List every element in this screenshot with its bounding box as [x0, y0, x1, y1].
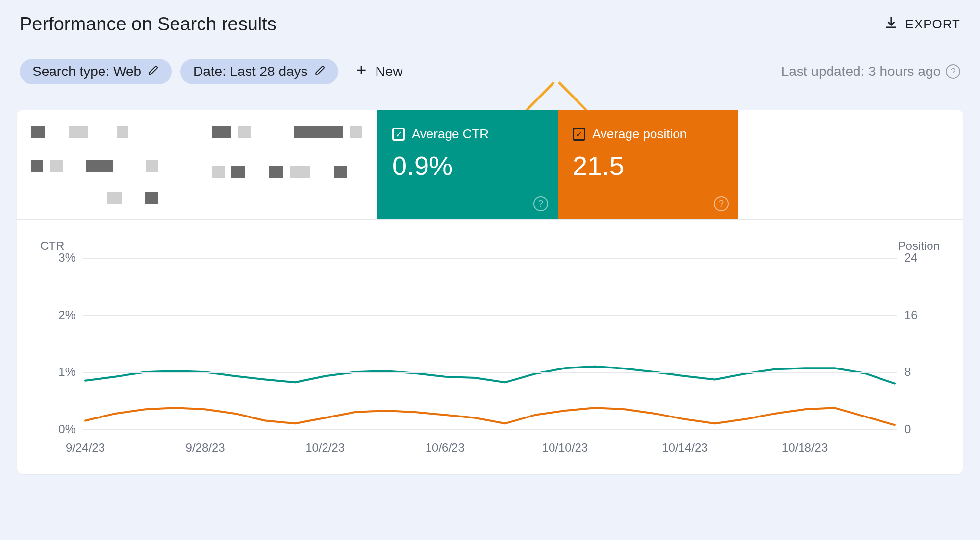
pencil-icon	[148, 64, 159, 79]
checkbox-icon: ✓	[392, 128, 405, 141]
y-tick-left: 3%	[41, 251, 75, 265]
new-filter-label: New	[376, 64, 403, 79]
help-icon[interactable]: ?	[946, 64, 960, 79]
x-tick: 9/28/23	[186, 441, 225, 455]
metric-tile-impressions[interactable]	[197, 110, 377, 219]
chart: CTR Position 9/24/239/28/2310/2/2310/6/2…	[17, 220, 963, 474]
y-tick-right: 8	[905, 365, 939, 379]
y-tick-left: 0%	[41, 422, 75, 436]
metric-ctr-value: 0.9%	[392, 150, 543, 181]
metric-position-value: 21.5	[573, 150, 724, 181]
performance-card: ✓ Average CTR 0.9% ? ✓ Average position …	[17, 110, 963, 474]
last-updated-text: Last updated: 3 hours ago	[781, 64, 941, 79]
pencil-icon	[315, 64, 326, 79]
x-tick: 10/6/23	[426, 441, 465, 455]
x-tick: 9/24/23	[66, 441, 105, 455]
chart-grid: 9/24/239/28/2310/2/2310/6/2310/10/2310/1…	[85, 258, 895, 429]
metric-tile-ctr[interactable]: ✓ Average CTR 0.9% ?	[377, 110, 558, 219]
filter-date-range[interactable]: Date: Last 28 days	[180, 59, 338, 84]
y-tick-right: 24	[905, 251, 939, 265]
series-position	[85, 408, 895, 425]
checkbox-icon: ✓	[573, 128, 585, 141]
x-tick: 10/18/23	[782, 441, 828, 455]
filters-row: Search type: Web Date: Last 28 days New	[0, 45, 980, 96]
filter-search-type-label: Search type: Web	[32, 64, 141, 79]
metric-tile-clicks[interactable]	[17, 110, 197, 219]
redacted-content	[31, 126, 182, 204]
line-plot	[85, 258, 895, 429]
plus-icon	[355, 64, 368, 80]
metric-tiles: ✓ Average CTR 0.9% ? ✓ Average position …	[17, 110, 963, 220]
last-updated: Last updated: 3 hours ago ?	[781, 64, 960, 79]
redacted-content	[212, 126, 362, 204]
header: Performance on Search results EXPORT	[0, 0, 980, 45]
x-tick: 10/10/23	[542, 441, 588, 455]
metric-position-label: Average position	[592, 126, 687, 142]
help-icon[interactable]: ?	[714, 196, 729, 211]
export-label: EXPORT	[905, 17, 960, 32]
x-tick: 10/2/23	[305, 441, 345, 455]
y-tick-left: 2%	[41, 308, 75, 322]
add-filter-button[interactable]: New	[355, 64, 403, 80]
y-tick-right: 16	[905, 308, 939, 322]
series-ctr	[85, 367, 895, 384]
filter-date-label: Date: Last 28 days	[193, 64, 307, 79]
help-icon[interactable]: ?	[533, 196, 548, 211]
y-tick-right: 0	[905, 422, 939, 436]
filter-search-type[interactable]: Search type: Web	[20, 59, 172, 84]
metric-ctr-label: Average CTR	[412, 126, 489, 142]
y-tick-left: 1%	[41, 365, 75, 379]
x-tick: 10/14/23	[662, 441, 707, 455]
metric-tile-position[interactable]: ✓ Average position 21.5 ?	[558, 110, 738, 219]
x-axis-ticks: 9/24/239/28/2310/2/2310/6/2310/10/2310/1…	[85, 441, 895, 456]
download-icon	[884, 15, 899, 33]
export-button[interactable]: EXPORT	[884, 15, 960, 33]
page-title: Performance on Search results	[20, 14, 276, 35]
